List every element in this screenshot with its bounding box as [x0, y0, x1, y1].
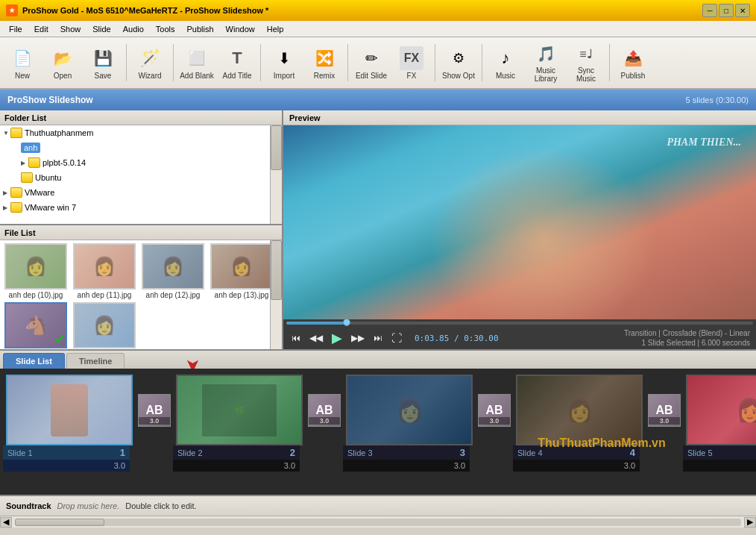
left-panel: Folder List ▼ Thuthuatphanmem anh ▶ plpb… [0, 110, 283, 349]
slide-item-3[interactable]: 👩 Slide 3 3 3.0 [343, 375, 476, 495]
menu-tools[interactable]: Tools [150, 23, 181, 35]
menu-audio[interactable]: Audio [117, 23, 150, 35]
wizard-button[interactable]: 🪄 Wizard [130, 40, 169, 85]
app-icon: ★ [6, 4, 18, 16]
toolbar: 📄 New 📂 Open 💾 Save 🪄 Wizard ⬜ Add Blank… [0, 37, 756, 90]
slide-info-4: Slide 4 4 [513, 445, 640, 460]
folder-item-vmware-win7[interactable]: ▶ VMware win 7 [0, 200, 282, 215]
folder-list-header: Folder List [0, 110, 282, 125]
file-scrollbar-thumb[interactable] [271, 240, 282, 300]
thumb-label-11: anh dep (11).jpg [78, 291, 132, 299]
remix-label: Remix [314, 72, 335, 80]
slide-list: Slide 1 1 3.0 AB 3.0 🌿 Slide 2 [0, 369, 756, 495]
slide-item-5[interactable]: 👩 Slide 5 5 3.0 [683, 375, 756, 495]
fullscreen-button[interactable]: ⛶ [389, 332, 404, 344]
slide-item-1[interactable]: Slide 1 1 3.0 [3, 375, 136, 495]
bottom-scrollbar[interactable]: ◀ ▶ [0, 516, 756, 528]
preview-header: Preview [283, 110, 756, 125]
sync-music-button[interactable]: ≡♩ Sync Music [567, 40, 605, 85]
menu-show[interactable]: Show [54, 23, 87, 35]
music-button[interactable]: ♪ Music [486, 40, 525, 85]
progress-track[interactable] [286, 322, 753, 325]
file-thumb-13[interactable]: 👩 anh dep (13).jpg [209, 243, 274, 299]
add-blank-label: Add Blank [180, 72, 214, 80]
folder-scrollbar[interactable] [270, 125, 282, 224]
music-icon: ♪ [494, 46, 517, 70]
open-label: Open [54, 72, 72, 80]
title-card-label: AB [145, 404, 163, 417]
skip-forward-button[interactable]: ⏭ [371, 333, 385, 343]
title-left: ★ ProShow Gold - MoS 6510^MeGaHeRTZ - Pr… [6, 4, 268, 16]
skip-back-button[interactable]: ⏮ [289, 333, 303, 343]
slide-number-2: 2 [290, 447, 295, 458]
effects-label: FX [407, 72, 417, 80]
effects-button[interactable]: FX FX [392, 40, 431, 85]
folder-item-vmware[interactable]: ▶ VMware [0, 185, 282, 200]
menu-help[interactable]: Help [261, 23, 290, 35]
folder-item-ubuntu[interactable]: Ubuntu [0, 170, 282, 185]
maximize-button[interactable]: □ [719, 4, 734, 17]
progress-handle[interactable] [343, 319, 350, 326]
save-button[interactable]: 💾 Save [84, 40, 122, 85]
import-button[interactable]: ⬇ Import [265, 40, 303, 85]
title-bar: ★ ProShow Gold - MoS 6510^MeGaHeRTZ - Pr… [0, 0, 756, 21]
folder-closed-icon [10, 202, 22, 213]
slide-item-2[interactable]: 🌿 Slide 2 2 3.0 [173, 375, 306, 495]
menu-slide[interactable]: Slide [86, 23, 116, 35]
title-card-3-4[interactable]: AB 3.0 [476, 375, 513, 495]
scrollbar-thumb[interactable] [271, 125, 282, 170]
slide-item-4[interactable]: 👩 Slide 4 4 3.0 [513, 375, 646, 495]
edit-slide-button[interactable]: ✏ Edit Slide [352, 40, 391, 85]
folder-item-anh[interactable]: anh [0, 140, 282, 155]
remix-button[interactable]: 🔀 Remix [305, 40, 344, 85]
show-opt-button[interactable]: ⚙ Show Opt [439, 40, 478, 85]
close-button[interactable]: ✕ [735, 4, 750, 17]
menu-publish[interactable]: Publish [181, 23, 220, 35]
progress-bar-area[interactable] [283, 319, 756, 327]
publish-button[interactable]: 📤 Publish [614, 40, 652, 85]
slide-info-1: Slide 1 1 [3, 445, 130, 460]
bottom-panel: Slide 1 1 3.0 AB 3.0 🌿 Slide 2 [0, 369, 756, 528]
bottom-scrollbar-thumb[interactable] [15, 519, 104, 526]
play-button[interactable]: ▶ [330, 330, 344, 346]
folder-item-root[interactable]: ▼ Thuthuatphanmem [0, 125, 282, 140]
title-card-thumbnail-3: AB 3.0 [478, 394, 511, 427]
slide-duration-5: 3.0 [683, 460, 756, 472]
file-thumb-12[interactable]: 👩 anh dep (12).jpg [140, 243, 206, 299]
menu-file[interactable]: File [3, 23, 28, 35]
title-card-thumbnail-4: AB 3.0 [648, 394, 681, 427]
open-button[interactable]: 📂 Open [43, 40, 82, 85]
edit-slide-label: Edit Slide [356, 72, 387, 80]
title-card-1-2[interactable]: AB 3.0 [136, 375, 173, 495]
new-button[interactable]: 📄 New [3, 40, 42, 85]
add-title-button[interactable]: T Add Title [218, 40, 256, 85]
folder-item-plpbt[interactable]: ▶ plpbt-5.0.14 [0, 155, 282, 170]
back-button[interactable]: ◀◀ [307, 333, 325, 343]
scroll-right-button[interactable]: ▶ [744, 517, 756, 528]
tab-slide-list[interactable]: Slide List [3, 353, 65, 369]
music-library-button[interactable]: 🎵 Music Library [526, 40, 565, 85]
bottom-scrollbar-track[interactable] [15, 519, 741, 526]
file-thumb-14[interactable]: 🐴 ✔ anh dep (14).jpg [3, 302, 69, 349]
tab-timeline[interactable]: Timeline [66, 353, 125, 369]
add-blank-button[interactable]: ⬜ Add Blank [177, 40, 216, 85]
menu-window[interactable]: Window [220, 23, 261, 35]
main-content: Folder List ▼ Thuthuatphanmem anh ▶ plpb… [0, 110, 756, 349]
preview-overlay-text: PHAM THIEN... [667, 137, 741, 148]
file-thumb-10[interactable]: 👩 anh dep (10).jpg [3, 243, 69, 299]
sync-music-icon: ≡♩ [574, 43, 598, 65]
forward-button[interactable]: ▶▶ [349, 333, 367, 343]
slide-timeline-tabs: Slide List Timeline ➤ [0, 349, 756, 369]
title-card-2-3[interactable]: AB 3.0 [306, 375, 343, 495]
new-icon: 📄 [10, 46, 34, 70]
window-controls: ─ □ ✕ [702, 4, 750, 17]
file-scrollbar[interactable] [270, 240, 282, 349]
slide-info-3: Slide 3 3 [343, 445, 470, 460]
scroll-left-button[interactable]: ◀ [0, 517, 12, 528]
minimize-button[interactable]: ─ [702, 4, 717, 17]
file-thumb-15[interactable]: 👩 anh dep (15).jpg [72, 302, 137, 349]
title-card-4-5[interactable]: AB 3.0 [646, 375, 683, 495]
menu-bar: File Edit Show Slide Audio Tools Publish… [0, 21, 756, 37]
menu-edit[interactable]: Edit [28, 23, 54, 35]
file-thumb-11[interactable]: 👩 anh dep (11).jpg [72, 243, 137, 299]
